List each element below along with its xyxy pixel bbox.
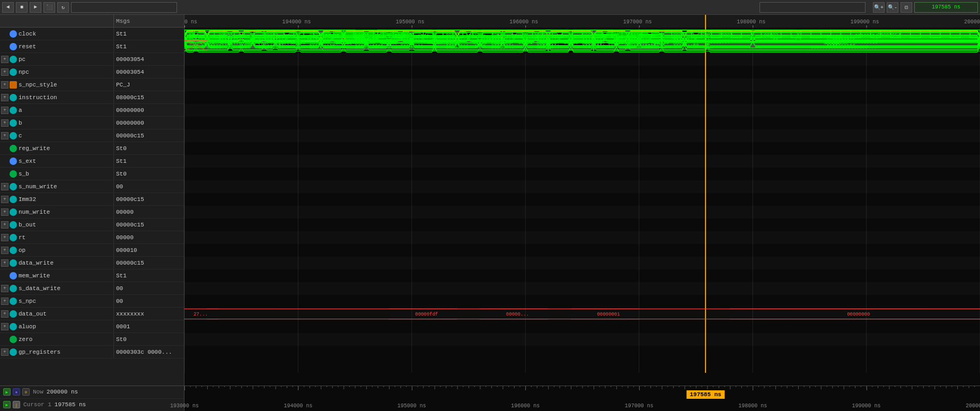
bottom-left: ▶ ● ⊙ Now 200000 ns ▶ | Cursor 1 197585 … bbox=[0, 386, 184, 411]
signal-icon-num_write bbox=[10, 208, 17, 216]
signal-row-s_data_write[interactable]: +s_data_write00 bbox=[0, 282, 184, 295]
expand-rt[interactable]: + bbox=[1, 234, 8, 241]
signal-row-c[interactable]: +c00000c15 bbox=[0, 129, 184, 142]
signal-icon-data_write bbox=[10, 259, 17, 267]
expand-num_write[interactable]: + bbox=[1, 208, 8, 216]
expand-a[interactable]: + bbox=[1, 107, 8, 114]
signal-label-clock: clock bbox=[19, 31, 36, 37]
signal-row-data_out[interactable]: +data_outxxxxxxxx bbox=[0, 308, 184, 320]
signal-row-mem_write[interactable]: mem_writeSt1 bbox=[0, 269, 184, 282]
signal-row-b[interactable]: +b00000000 bbox=[0, 117, 184, 129]
expand-s_data_write[interactable]: + bbox=[1, 285, 8, 292]
signal-label-s_data_write: s_data_write bbox=[19, 285, 60, 292]
signal-value-c: 00000c15 bbox=[114, 129, 184, 142]
signal-row-s_npc[interactable]: +s_npc00 bbox=[0, 295, 184, 308]
signal-label-num_write: num_write bbox=[19, 209, 50, 215]
signal-icon-s_npc bbox=[10, 298, 17, 305]
signal-value-data_out: xxxxxxxx bbox=[114, 308, 184, 320]
fit-btn[interactable]: ⊡ bbox=[900, 2, 912, 13]
signal-row-instruction[interactable]: +instruction08000c15 bbox=[0, 91, 184, 104]
signal-label-pc: pc bbox=[19, 56, 25, 63]
expand-b_out[interactable]: + bbox=[1, 221, 8, 229]
signal-row-reset[interactable]: resetSt1 bbox=[0, 40, 184, 53]
expand-data_write[interactable]: + bbox=[1, 259, 8, 267]
expand-npc[interactable]: + bbox=[1, 68, 8, 76]
record-icon: ● bbox=[13, 388, 20, 396]
signal-row-b_out[interactable]: +b_out00000c15 bbox=[0, 218, 184, 231]
signal-name-cell-pc: +pc bbox=[0, 53, 114, 65]
signal-row-Imm32[interactable]: +Imm3200000c15 bbox=[0, 193, 184, 206]
search-input[interactable] bbox=[71, 2, 177, 13]
signal-label-mem_write: mem_write bbox=[19, 273, 50, 279]
signal-icon-s_data_write bbox=[10, 285, 17, 292]
signal-icon-aluop bbox=[10, 323, 17, 330]
signal-label-s_ext: s_ext bbox=[19, 158, 36, 164]
expand-s_npc_style[interactable]: + bbox=[1, 81, 8, 89]
signal-value-b_out: 00000c15 bbox=[114, 218, 184, 231]
signal-row-s_b[interactable]: s_bSt0 bbox=[0, 168, 184, 180]
ruler-canvas bbox=[184, 386, 980, 390]
expand-Imm32[interactable]: + bbox=[1, 196, 8, 203]
toolbar-btn-1[interactable]: ◄ bbox=[2, 2, 14, 13]
signal-row-s_ext[interactable]: s_extSt1 bbox=[0, 155, 184, 168]
signal-label-s_b: s_b bbox=[19, 171, 29, 177]
filter-input[interactable] bbox=[760, 2, 866, 13]
signal-icon-a bbox=[10, 107, 17, 114]
waveform-panel[interactable] bbox=[184, 15, 980, 386]
toolbar-btn-4[interactable]: ⬛ bbox=[43, 2, 55, 13]
toolbar-btn-2[interactable]: ■ bbox=[16, 2, 28, 13]
signal-icon-s_b bbox=[10, 170, 17, 178]
signal-row-s_npc_style[interactable]: +s_npc_stylePC_J bbox=[0, 78, 184, 91]
signal-label-s_num_write: s_num_write bbox=[19, 183, 57, 190]
signal-name-cell-zero: zero bbox=[0, 333, 114, 345]
signal-label-Imm32: Imm32 bbox=[19, 196, 36, 203]
zoom-out-btn[interactable]: 🔍- bbox=[887, 2, 898, 13]
signal-row-pc[interactable]: +pc00003054 bbox=[0, 53, 184, 66]
expand-aluop[interactable]: + bbox=[1, 323, 8, 330]
signal-icon-c bbox=[10, 132, 17, 139]
signal-panel: Msgs clockSt1resetSt1+pc00003054+npc0000… bbox=[0, 15, 184, 386]
signal-row-s_num_write[interactable]: +s_num_write00 bbox=[0, 180, 184, 193]
timeline-tick: 195000 ns bbox=[398, 403, 426, 409]
signal-row-gp_registers[interactable]: +gp_registers0000303c 0000... bbox=[0, 346, 184, 358]
signal-row-a[interactable]: +a00000000 bbox=[0, 104, 184, 117]
signal-row-zero[interactable]: zeroSt0 bbox=[0, 333, 184, 346]
signal-value-rt: 00000 bbox=[114, 231, 184, 243]
signal-label-rt: rt bbox=[19, 234, 25, 241]
signal-row-rt[interactable]: +rt00000 bbox=[0, 231, 184, 244]
signal-icon-reg_write bbox=[10, 145, 17, 152]
signal-row-aluop[interactable]: +aluop0001 bbox=[0, 320, 184, 333]
signal-label-data_out: data_out bbox=[19, 311, 47, 317]
expand-s_num_write[interactable]: + bbox=[1, 183, 8, 190]
bottom-bar: ▶ ● ⊙ Now 200000 ns ▶ | Cursor 1 197585 … bbox=[0, 386, 980, 411]
signal-row-num_write[interactable]: +num_write00000 bbox=[0, 206, 184, 218]
expand-b[interactable]: + bbox=[1, 119, 8, 127]
toolbar-btn-3[interactable]: ► bbox=[30, 2, 41, 13]
expand-instruction[interactable]: + bbox=[1, 94, 8, 101]
toolbar-btn-5[interactable]: ↻ bbox=[57, 2, 69, 13]
signal-row-npc[interactable]: +npc00003054 bbox=[0, 66, 184, 78]
signal-icon-s_npc_style bbox=[10, 81, 17, 89]
signal-row-data_write[interactable]: +data_write00000c15 bbox=[0, 257, 184, 269]
signal-name-cell-s_npc: +s_npc bbox=[0, 295, 114, 307]
expand-gp_registers[interactable]: + bbox=[1, 348, 8, 356]
signal-label-a: a bbox=[19, 107, 22, 113]
signal-row-clock[interactable]: clockSt1 bbox=[0, 28, 184, 40]
expand-op[interactable]: + bbox=[1, 247, 8, 254]
header-msgs: Msgs bbox=[114, 15, 184, 27]
signal-label-gp_registers: gp_registers bbox=[19, 349, 60, 355]
signal-name-cell-a: +a bbox=[0, 104, 114, 116]
expand-s_npc[interactable]: + bbox=[1, 298, 8, 305]
bottom-timeline: 193000 ns194000 ns195000 ns196000 ns1970… bbox=[184, 386, 980, 411]
signal-row-reg_write[interactable]: reg_writeSt0 bbox=[0, 142, 184, 155]
signal-icon-Imm32 bbox=[10, 196, 17, 203]
signal-row-op[interactable]: +op000010 bbox=[0, 244, 184, 257]
signal-value-gp_registers: 0000303c 0000... bbox=[114, 346, 184, 358]
expand-pc[interactable]: + bbox=[1, 56, 8, 63]
timeline-tick: 193000 ns bbox=[170, 403, 199, 409]
zoom-in-btn[interactable]: 🔍+ bbox=[873, 2, 885, 13]
expand-data_out[interactable]: + bbox=[1, 310, 8, 318]
signal-value-s_b: St0 bbox=[114, 168, 184, 180]
expand-c[interactable]: + bbox=[1, 132, 8, 139]
signal-value-Imm32: 00000c15 bbox=[114, 193, 184, 205]
